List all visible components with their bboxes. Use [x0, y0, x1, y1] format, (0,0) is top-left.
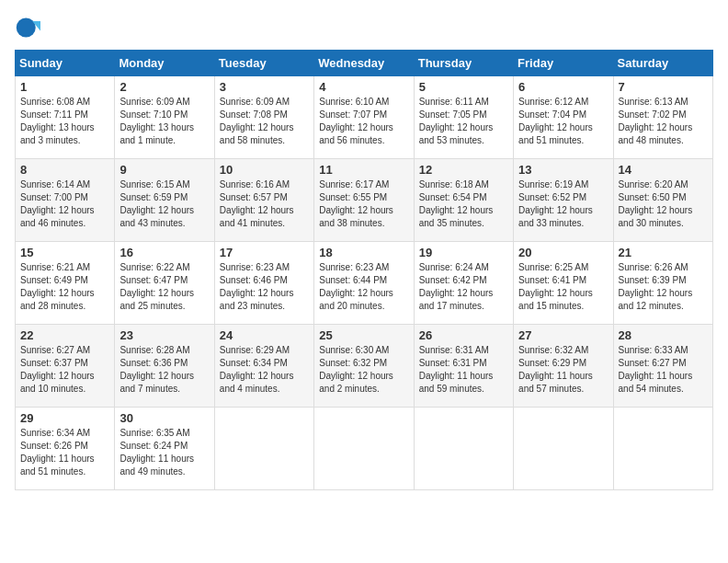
day-number: 28 — [619, 328, 708, 342]
logo-icon — [15, 15, 40, 40]
day-number: 10 — [220, 163, 309, 177]
calendar-cell — [514, 408, 613, 490]
day-info: Sunrise: 6:32 AMSunset: 6:29 PMDaylight:… — [518, 344, 608, 396]
calendar-week-row: 15Sunrise: 6:21 AMSunset: 6:49 PMDayligh… — [16, 242, 713, 325]
day-number: 27 — [518, 328, 608, 342]
day-number: 9 — [119, 163, 209, 177]
day-number: 24 — [220, 328, 309, 342]
day-number: 15 — [20, 246, 109, 259]
weekday-header-friday: Friday — [514, 51, 613, 76]
day-info: Sunrise: 6:22 AMSunset: 6:47 PMDaylight:… — [119, 261, 209, 313]
day-number: 7 — [619, 80, 708, 94]
calendar-cell: 17Sunrise: 6:23 AMSunset: 6:46 PMDayligh… — [214, 242, 313, 325]
day-number: 14 — [619, 163, 708, 177]
page-header — [15, 15, 713, 40]
calendar-week-row: 8Sunrise: 6:14 AMSunset: 7:00 PMDaylight… — [16, 159, 713, 242]
day-number: 25 — [319, 328, 408, 342]
calendar-cell: 22Sunrise: 6:27 AMSunset: 6:37 PMDayligh… — [16, 325, 115, 408]
weekday-header-sunday: Sunday — [16, 51, 115, 76]
calendar-cell: 12Sunrise: 6:18 AMSunset: 6:54 PMDayligh… — [414, 159, 513, 242]
day-info: Sunrise: 6:35 AMSunset: 6:24 PMDaylight:… — [119, 427, 209, 478]
calendar-cell: 6Sunrise: 6:12 AMSunset: 7:04 PMDaylight… — [514, 76, 613, 159]
day-info: Sunrise: 6:13 AMSunset: 7:02 PMDaylight:… — [619, 96, 708, 147]
logo — [15, 15, 44, 40]
day-info: Sunrise: 6:09 AMSunset: 7:08 PMDaylight:… — [220, 96, 309, 147]
calendar-cell: 18Sunrise: 6:23 AMSunset: 6:44 PMDayligh… — [314, 242, 414, 325]
weekday-header-tuesday: Tuesday — [214, 51, 313, 76]
svg-point-0 — [17, 18, 36, 38]
day-number: 4 — [319, 80, 408, 94]
day-info: Sunrise: 6:26 AMSunset: 6:39 PMDaylight:… — [619, 261, 708, 313]
day-info: Sunrise: 6:17 AMSunset: 6:55 PMDaylight:… — [319, 178, 408, 230]
day-number: 21 — [619, 246, 708, 259]
calendar-cell — [314, 408, 414, 490]
day-info: Sunrise: 6:14 AMSunset: 7:00 PMDaylight:… — [20, 178, 109, 230]
day-info: Sunrise: 6:28 AMSunset: 6:36 PMDaylight:… — [119, 344, 209, 396]
day-info: Sunrise: 6:25 AMSunset: 6:41 PMDaylight:… — [518, 261, 608, 313]
day-number: 13 — [518, 163, 608, 177]
calendar-cell — [414, 408, 513, 490]
day-number: 6 — [518, 80, 608, 94]
calendar-cell: 11Sunrise: 6:17 AMSunset: 6:55 PMDayligh… — [314, 159, 414, 242]
weekday-header-monday: Monday — [115, 51, 214, 76]
day-number: 17 — [220, 246, 309, 259]
day-info: Sunrise: 6:27 AMSunset: 6:37 PMDaylight:… — [20, 344, 109, 396]
calendar-week-row: 22Sunrise: 6:27 AMSunset: 6:37 PMDayligh… — [16, 325, 713, 408]
day-info: Sunrise: 6:18 AMSunset: 6:54 PMDaylight:… — [419, 178, 508, 230]
day-number: 23 — [119, 328, 209, 342]
calendar-cell: 9Sunrise: 6:15 AMSunset: 6:59 PMDaylight… — [115, 159, 214, 242]
calendar-cell: 3Sunrise: 6:09 AMSunset: 7:08 PMDaylight… — [214, 76, 313, 159]
calendar-week-row: 1Sunrise: 6:08 AMSunset: 7:11 PMDaylight… — [16, 76, 713, 159]
weekday-header-wednesday: Wednesday — [314, 51, 414, 76]
calendar-cell: 29Sunrise: 6:34 AMSunset: 6:26 PMDayligh… — [16, 408, 115, 490]
day-info: Sunrise: 6:29 AMSunset: 6:34 PMDaylight:… — [220, 344, 309, 396]
calendar-cell: 10Sunrise: 6:16 AMSunset: 6:57 PMDayligh… — [214, 159, 313, 242]
calendar-cell: 30Sunrise: 6:35 AMSunset: 6:24 PMDayligh… — [115, 408, 214, 490]
calendar-cell: 14Sunrise: 6:20 AMSunset: 6:50 PMDayligh… — [613, 159, 712, 242]
day-info: Sunrise: 6:16 AMSunset: 6:57 PMDaylight:… — [220, 178, 309, 230]
day-number: 2 — [119, 80, 209, 94]
day-info: Sunrise: 6:10 AMSunset: 7:07 PMDaylight:… — [319, 96, 408, 147]
day-info: Sunrise: 6:23 AMSunset: 6:44 PMDaylight:… — [319, 261, 408, 313]
calendar-cell: 2Sunrise: 6:09 AMSunset: 7:10 PMDaylight… — [115, 76, 214, 159]
calendar-cell: 7Sunrise: 6:13 AMSunset: 7:02 PMDaylight… — [613, 76, 712, 159]
calendar-cell: 21Sunrise: 6:26 AMSunset: 6:39 PMDayligh… — [613, 242, 712, 325]
calendar-cell — [613, 408, 712, 490]
day-number: 26 — [419, 328, 508, 342]
day-info: Sunrise: 6:30 AMSunset: 6:32 PMDaylight:… — [319, 344, 408, 396]
day-number: 19 — [419, 246, 508, 259]
calendar-cell: 15Sunrise: 6:21 AMSunset: 6:49 PMDayligh… — [16, 242, 115, 325]
day-info: Sunrise: 6:19 AMSunset: 6:52 PMDaylight:… — [518, 178, 608, 230]
day-info: Sunrise: 6:12 AMSunset: 7:04 PMDaylight:… — [518, 96, 608, 147]
weekday-header-saturday: Saturday — [613, 51, 712, 76]
calendar-cell: 25Sunrise: 6:30 AMSunset: 6:32 PMDayligh… — [314, 325, 414, 408]
weekday-header-thursday: Thursday — [414, 51, 513, 76]
day-number: 1 — [20, 80, 109, 94]
day-info: Sunrise: 6:08 AMSunset: 7:11 PMDaylight:… — [20, 96, 109, 147]
calendar-table: SundayMondayTuesdayWednesdayThursdayFrid… — [15, 50, 713, 490]
calendar-cell: 4Sunrise: 6:10 AMSunset: 7:07 PMDaylight… — [314, 76, 414, 159]
calendar-cell — [214, 408, 313, 490]
calendar-cell: 23Sunrise: 6:28 AMSunset: 6:36 PMDayligh… — [115, 325, 214, 408]
day-number: 16 — [119, 246, 209, 259]
day-number: 3 — [220, 80, 309, 94]
calendar-cell: 26Sunrise: 6:31 AMSunset: 6:31 PMDayligh… — [414, 325, 513, 408]
day-info: Sunrise: 6:21 AMSunset: 6:49 PMDaylight:… — [20, 261, 109, 313]
calendar-cell: 8Sunrise: 6:14 AMSunset: 7:00 PMDaylight… — [16, 159, 115, 242]
day-info: Sunrise: 6:23 AMSunset: 6:46 PMDaylight:… — [220, 261, 309, 313]
day-number: 8 — [20, 163, 109, 177]
day-number: 29 — [20, 411, 109, 425]
calendar-cell: 1Sunrise: 6:08 AMSunset: 7:11 PMDaylight… — [16, 76, 115, 159]
day-info: Sunrise: 6:24 AMSunset: 6:42 PMDaylight:… — [419, 261, 508, 313]
calendar-cell: 24Sunrise: 6:29 AMSunset: 6:34 PMDayligh… — [214, 325, 313, 408]
calendar-cell: 16Sunrise: 6:22 AMSunset: 6:47 PMDayligh… — [115, 242, 214, 325]
day-info: Sunrise: 6:31 AMSunset: 6:31 PMDaylight:… — [419, 344, 508, 396]
day-info: Sunrise: 6:09 AMSunset: 7:10 PMDaylight:… — [119, 96, 209, 147]
day-info: Sunrise: 6:20 AMSunset: 6:50 PMDaylight:… — [619, 178, 708, 230]
day-number: 11 — [319, 163, 408, 177]
day-info: Sunrise: 6:33 AMSunset: 6:27 PMDaylight:… — [619, 344, 708, 396]
day-number: 30 — [119, 411, 209, 425]
calendar-week-row: 29Sunrise: 6:34 AMSunset: 6:26 PMDayligh… — [16, 408, 713, 490]
day-number: 5 — [419, 80, 508, 94]
calendar-cell: 19Sunrise: 6:24 AMSunset: 6:42 PMDayligh… — [414, 242, 513, 325]
